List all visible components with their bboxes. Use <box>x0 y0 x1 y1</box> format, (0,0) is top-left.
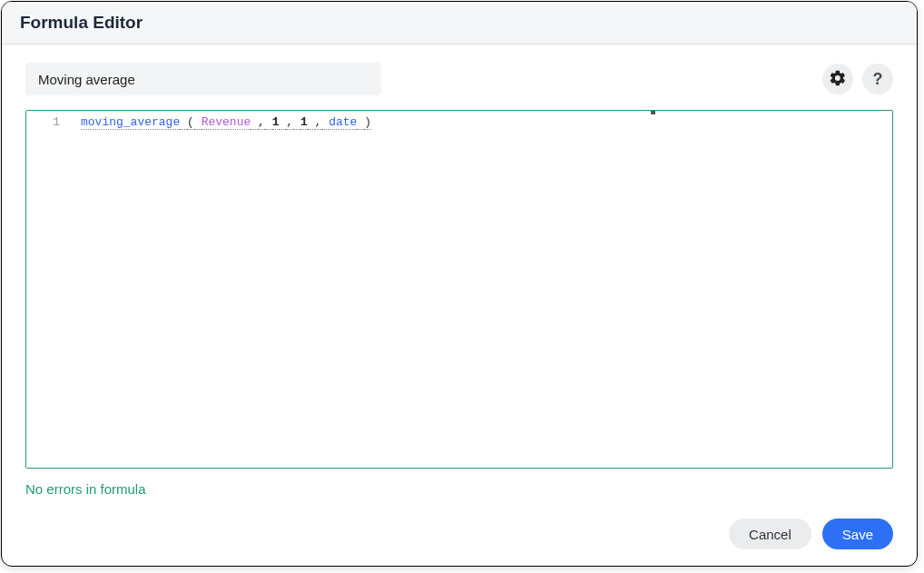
top-row: ? <box>25 63 893 95</box>
save-button[interactable]: Save <box>822 519 893 549</box>
token-field: Revenue <box>202 115 251 130</box>
token-function: moving_average <box>81 115 180 130</box>
line-number: 1 <box>26 114 60 131</box>
dialog-footer: Cancel Save <box>2 511 917 566</box>
token-open-paren: ( <box>187 115 194 130</box>
token-comma-1: , <box>258 115 265 130</box>
settings-button[interactable] <box>822 64 853 94</box>
token-arg-2: 1 <box>300 115 308 130</box>
help-icon: ? <box>873 70 883 89</box>
help-button[interactable]: ? <box>862 64 893 94</box>
code-editor[interactable]: 1 moving_average ( Revenue , 1 , 1 , dat… <box>25 110 893 469</box>
token-arg-1: 1 <box>272 115 280 130</box>
editor-gutter: 1 <box>26 111 70 468</box>
cancel-button[interactable]: Cancel <box>729 519 811 549</box>
token-keyword: date <box>329 115 357 130</box>
token-comma-2: , <box>286 115 293 130</box>
icon-group: ? <box>822 64 893 94</box>
gear-icon <box>829 69 847 90</box>
dialog-title: Formula Editor <box>20 13 899 33</box>
token-close-paren: ) <box>364 115 371 130</box>
formula-editor-dialog: Formula Editor ? 1 <box>1 1 918 567</box>
dialog-content: ? 1 moving_average ( Revenue , 1 , 1 , d… <box>2 44 917 511</box>
code-area[interactable]: moving_average ( Revenue , 1 , 1 , date … <box>70 111 892 468</box>
code-line-1[interactable]: moving_average ( Revenue , 1 , 1 , date … <box>70 111 892 131</box>
dialog-header: Formula Editor <box>2 2 917 44</box>
status-message: No errors in formula <box>25 481 893 497</box>
formula-name-input[interactable] <box>25 63 381 95</box>
